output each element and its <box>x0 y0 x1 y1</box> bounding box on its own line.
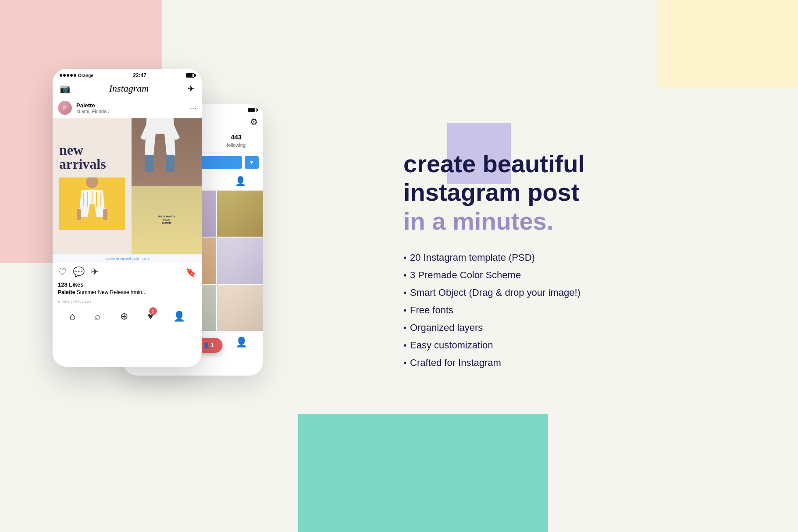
post-image-left: new arrivals <box>53 118 132 254</box>
svg-rect-1 <box>77 209 81 220</box>
signal-dot-2 <box>63 74 66 77</box>
headline-line3: in a minutes. <box>403 208 763 235</box>
likes-count: 128 Likes <box>53 281 202 288</box>
grid-item-9 <box>217 285 263 331</box>
girl-bottom-image <box>59 177 125 230</box>
person-silhouette-seated <box>70 177 114 230</box>
post-actions: ♡ 💬 ✈ 🔖 <box>53 263 202 281</box>
like-icon[interactable]: ♡ <box>58 266 67 278</box>
post-caption: Palette Summer New Release #min... <box>53 288 202 299</box>
grid-post-text: MIX & MATCHYOUROUTFIT <box>154 212 179 229</box>
bottom-nav: ⌂ ⌕ ⊕ ♥ 1 👤 <box>53 307 202 326</box>
signal-dot-3 <box>67 74 69 77</box>
svg-rect-5 <box>166 155 175 172</box>
caption-text: Summer New Release #min... <box>77 289 146 295</box>
more-options-icon[interactable]: ··· <box>190 103 196 113</box>
phones-area: 22:47 palette ⚙ 69 posts 8.936 <box>53 69 360 463</box>
headline-line2: instagram post <box>403 179 763 206</box>
nav-add-icon[interactable]: ⊕ <box>120 311 128 322</box>
post-image: new arrivals <box>53 118 202 254</box>
right-content: create beautiful instagram post in a min… <box>360 133 798 400</box>
post-avatar: P <box>58 101 72 115</box>
post-img-bottom: MIX & MATCHYOUROUTFIT <box>132 186 202 254</box>
battery-icon <box>186 73 195 78</box>
direct-message-icon[interactable]: ✈ <box>187 83 195 94</box>
nav-heart-icon[interactable]: ♥ 1 <box>148 311 153 322</box>
status-right-area <box>186 73 195 78</box>
nav-home-icon[interactable]: ⌂ <box>69 311 75 322</box>
signal-dot-1 <box>60 74 62 77</box>
status-time: 22:47 <box>133 72 146 78</box>
follow-dropdown-button[interactable]: ▼ <box>245 156 259 169</box>
post-time: 6 MINUTES AGO <box>53 299 202 307</box>
instagram-header: 📷 Instagram ✈ <box>53 80 202 97</box>
bookmark-icon[interactable]: 🔖 <box>185 267 196 277</box>
phone-front: Orange 22:47 📷 Instagram ✈ P Palet <box>53 69 202 367</box>
feature-item-3: •Free fonts <box>403 305 763 316</box>
feature-item-1: •3 Premade Color Scheme <box>403 270 763 281</box>
headline-line1: create beautiful <box>403 150 763 177</box>
new-arrivals-text: new arrivals <box>59 143 125 171</box>
nav-profile-icon[interactable]: 👤 <box>173 311 185 322</box>
nav-search-icon[interactable]: ⌕ <box>95 311 100 322</box>
main-wrapper: 22:47 palette ⚙ 69 posts 8.936 <box>0 0 798 532</box>
instagram-logo: Instagram <box>109 83 149 94</box>
following-count: 443 <box>227 133 246 141</box>
feature-item-5: •Easy customization <box>403 340 763 351</box>
profile-battery-icon <box>248 108 257 112</box>
signal-dot-4 <box>70 74 73 77</box>
post-username: Palette <box>76 102 185 109</box>
heart-notification-badge: 1 <box>149 307 157 315</box>
nav-profile-icon-back[interactable]: 👤 <box>235 337 247 348</box>
feature-item-2: •Smart Object (Drag & drop your image!) <box>403 287 763 298</box>
post-image-right: MIX & MATCHYOUROUTFIT <box>132 118 202 254</box>
post-user-info: Palette Miami, Florida › <box>76 102 185 114</box>
action-icons-left: ♡ 💬 ✈ <box>58 266 99 278</box>
svg-point-0 <box>86 177 98 188</box>
post-location: Miami, Florida › <box>76 109 185 114</box>
following-label: following <box>227 142 246 148</box>
comment-icon[interactable]: 💬 <box>73 266 85 278</box>
features-list: •20 Instagram template (PSD) •3 Premade … <box>403 252 763 369</box>
feature-item-0: •20 Instagram template (PSD) <box>403 252 763 263</box>
signal-dot-5 <box>74 74 76 77</box>
post-img-top <box>132 118 202 186</box>
share-icon[interactable]: ✈ <box>91 266 99 278</box>
post-header: P Palette Miami, Florida › ··· <box>53 97 202 118</box>
tag-tab-icon[interactable]: 👤 <box>235 176 246 187</box>
carrier-text: Orange <box>78 73 93 78</box>
caption-username: Palette <box>58 289 75 295</box>
settings-icon[interactable]: ⚙ <box>250 117 258 127</box>
grid-item-3 <box>217 191 263 237</box>
person-standing-silhouette <box>132 118 189 186</box>
stat-following: 443 following <box>227 133 246 149</box>
camera-icon[interactable]: 📷 <box>60 83 71 94</box>
svg-rect-4 <box>145 155 153 172</box>
person-notif: 👤 1 <box>203 342 214 348</box>
grid-item-6 <box>217 238 263 284</box>
feature-item-6: •Crafted for Instagram <box>403 357 763 369</box>
signal-dots: Orange <box>60 73 93 78</box>
website-url: www.yourwebsite.com <box>53 254 202 263</box>
feature-item-4: •Organized layers <box>403 322 763 333</box>
profile-battery-area <box>248 108 257 112</box>
status-bar: Orange 22:47 <box>53 69 202 80</box>
svg-rect-2 <box>103 209 107 220</box>
post-image-inner: new arrivals <box>53 118 202 254</box>
